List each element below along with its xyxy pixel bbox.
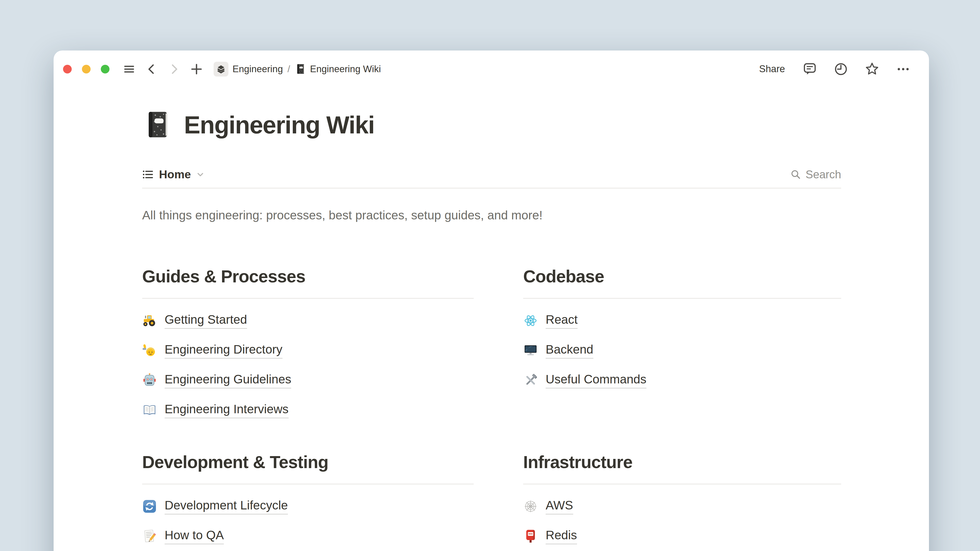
traffic-lights [63,65,110,73]
star-icon [865,62,880,76]
chevron-right-icon [168,63,180,75]
page-link-label: AWS [546,498,573,514]
page-link-getting-started[interactable]: Getting Started [142,310,474,331]
share-button[interactable]: Share [758,64,787,75]
new-page-button[interactable] [189,62,204,76]
section-heading[interactable]: Guides & Processes [142,264,474,288]
page-link-redis[interactable]: Redis [523,526,841,546]
hamburger-icon [123,63,135,75]
page-link-engineering-guidelines[interactable]: Engineering Guidelines [142,370,474,391]
person-raising-hand-emoji-icon [142,343,157,358]
view-divider [142,188,841,189]
clock-icon [834,62,848,76]
view-row: Home Search [142,167,841,183]
page-link-backend[interactable]: Backend [523,340,841,361]
section-guides-processes: Guides & Processes Getting Started Engin… [142,264,474,421]
page-link-label: Engineering Directory [165,342,283,359]
page-link-useful-commands[interactable]: Useful Commands [523,370,841,391]
page-link-react[interactable]: React [523,310,841,331]
page-content: Engineering Wiki Home [54,110,929,546]
teamspace-stack-icon[interactable] [213,62,228,76]
page-link-label: How to QA [165,528,224,545]
bulleted-list-icon [142,168,154,180]
tab-home[interactable]: Home [142,168,205,181]
plus-icon [190,63,203,75]
page-link-label: Engineering Guidelines [165,372,291,389]
search-label: Search [806,168,841,181]
page-link-engineering-interviews[interactable]: Engineering Interviews [142,400,474,421]
zoom-window-button[interactable] [101,65,110,73]
page-link-how-to-qa[interactable]: How to QA [142,526,474,546]
page-link-label: Engineering Interviews [165,402,289,418]
page-link-aws[interactable]: AWS [523,496,841,516]
page-title-block: Engineering Wiki [142,110,841,140]
forward-button[interactable] [167,62,181,76]
search-icon [791,169,801,180]
section-heading[interactable]: Infrastructure [523,450,841,474]
section-codebase: Codebase React Backend Useful Commands [523,264,841,421]
close-window-button[interactable] [63,65,72,73]
chevron-down-icon [196,170,205,179]
column-list: Guides & Processes Getting Started Engin… [142,264,841,546]
comments-button[interactable] [802,61,818,77]
breadcrumb: Engineering / Engineering Wiki [213,62,381,76]
notebook-emoji-icon [295,64,306,75]
spider-web-emoji-icon [523,499,538,514]
robot-emoji-icon [142,373,157,388]
comment-bubble-icon [803,62,817,76]
react-logo-icon [523,313,538,328]
page-link-label: Useful Commands [546,372,646,389]
desktop-computer-emoji-icon [523,343,538,358]
page-link-development-lifecycle[interactable]: Development Lifecycle [142,496,474,516]
view-tab-label: Home [159,168,191,181]
search-button[interactable]: Search [791,168,841,181]
notebook-emoji-icon[interactable] [142,110,172,140]
more-options-button[interactable] [895,61,911,77]
hammer-wrench-emoji-icon [523,373,538,388]
section-heading[interactable]: Development & Testing [142,450,474,474]
page-link-label: Backend [546,342,593,359]
section-development-testing: Development & Testing Development Lifecy… [142,450,474,546]
page-description[interactable]: All things engineering: processes, best … [142,207,841,224]
page-link-label: Getting Started [165,313,247,329]
sidebar-toggle-button[interactable] [122,62,137,76]
section-infrastructure: Infrastructure AWS Redis [523,450,841,546]
minimize-window-button[interactable] [82,65,91,73]
page-link-label: Redis [546,528,577,545]
page-link-label: Development Lifecycle [165,498,288,514]
page-link-label: React [546,313,578,329]
favorite-button[interactable] [864,61,880,77]
ellipsis-icon [896,62,910,76]
page-title[interactable]: Engineering Wiki [184,110,374,140]
breadcrumb-page[interactable]: Engineering Wiki [310,64,381,75]
section-heading[interactable]: Codebase [523,264,841,288]
tractor-emoji-icon [142,313,157,328]
memo-emoji-icon [142,529,157,544]
postbox-emoji-icon [523,529,538,544]
page-link-engineering-directory[interactable]: Engineering Directory [142,340,474,361]
breadcrumb-teamspace[interactable]: Engineering [232,64,283,75]
updates-button[interactable] [833,61,849,77]
notion-window: Engineering / Engineering Wiki Share [54,51,929,551]
open-book-emoji-icon [142,403,157,418]
breadcrumb-separator: / [287,64,290,75]
toolbar-right-actions: Share [758,61,911,77]
chevron-left-icon [145,63,158,75]
window-toolbar: Engineering / Engineering Wiki Share [54,51,929,87]
back-button[interactable] [144,62,159,76]
arrows-cycle-emoji-icon [142,499,157,514]
